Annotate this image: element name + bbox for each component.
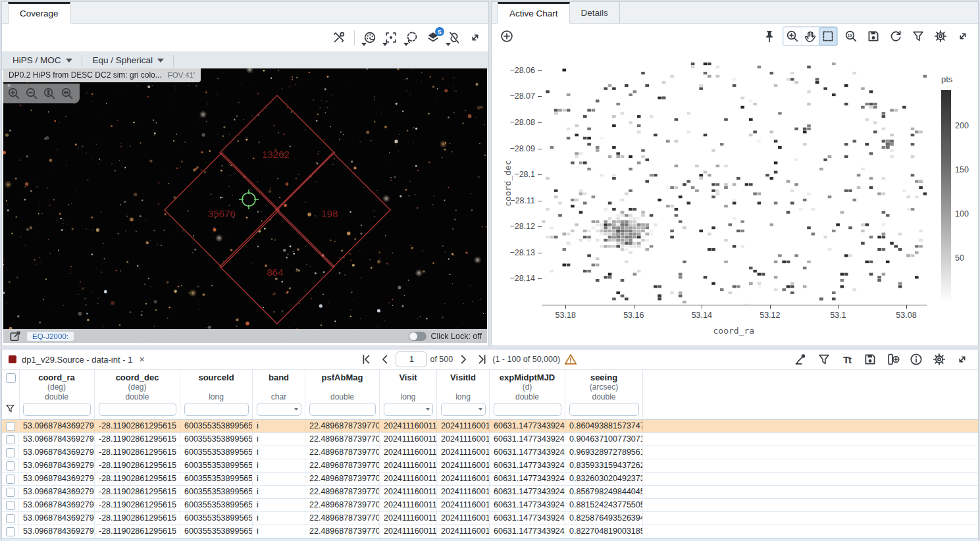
row-checkbox[interactable] [6,501,15,510]
column-filter-VisitId-select[interactable] [441,403,486,416]
cell-coord_dec[interactable]: -28.11902861295615 [95,512,180,525]
table-row[interactable]: 53.09687843692796-28.1190286129561560035… [2,446,978,459]
pin-icon[interactable] [760,27,779,45]
pan-hand-icon[interactable] [802,28,819,45]
cell-seeing[interactable]: 0.8815242437755059 [565,499,643,511]
cell-coord_ra[interactable]: 53.09687843692796 [19,525,95,538]
table-row[interactable]: 53.09687843692796-28.1190286129561560035… [2,459,978,473]
cell-coord_dec[interactable]: -28.11902861295615 [95,446,180,459]
cell-VisitId[interactable]: 2024111600111 [437,499,490,511]
cell-Visit[interactable]: 2024111600111 [380,512,437,525]
cell-Visit[interactable]: 2024111600111 [380,446,437,459]
zoom-in-icon[interactable] [6,86,22,101]
cell-band[interactable]: i [253,433,305,446]
cell-VisitId[interactable]: 2024111600111 [437,525,490,538]
filter-icon[interactable] [815,350,833,369]
cell-coord_ra[interactable]: 53.09687843692796 [19,420,95,432]
column-header-VisitId[interactable]: VisitIdlong [437,370,490,419]
projection-dropdown[interactable]: Equ / Spherical [82,51,174,69]
cell-coord_dec[interactable]: -28.11902861295615 [95,433,180,446]
page-number-input[interactable] [396,351,427,367]
cell-seeing[interactable]: 0.8359331594372623 [565,459,643,472]
cell-psfAbMag[interactable]: 22.489687873977033 [305,420,380,432]
cell-band[interactable]: i [253,499,305,511]
cell-coord_dec[interactable]: -28.11902861295615 [95,486,180,498]
row-checkbox[interactable] [6,475,15,484]
zoom-1x-icon[interactable]: 1X [842,27,860,45]
cell-seeing[interactable]: 0.8258764935263944 [565,512,643,525]
cell-expMidptMJD[interactable]: 60631.14773439246 [490,446,565,459]
column-header-seeing[interactable]: seeing(arcsec)double [565,370,643,419]
cell-sourceId[interactable]: 600355353899565160 [180,525,253,538]
cell-coord_dec[interactable]: -28.11902861295615 [95,420,180,432]
cell-expMidptMJD[interactable]: 60631.14773439246 [490,459,565,472]
zoom-in-icon[interactable] [784,28,801,45]
cell-VisitId[interactable]: 2024111600111 [437,420,490,432]
settings-icon[interactable] [930,350,948,369]
row-checkbox[interactable] [6,488,15,497]
cell-Visit[interactable]: 2024111600111 [380,486,437,498]
row-checkbox[interactable] [6,422,15,431]
table-row[interactable]: 53.09687843692796-28.1190286129561560035… [2,433,978,446]
zoom-fit-icon[interactable] [41,86,57,101]
column-header-band[interactable]: bandchar [253,370,305,419]
text-options-icon[interactable]: Tt [838,350,856,369]
cell-coord_ra[interactable]: 53.09687843692796 [19,446,95,459]
cell-seeing[interactable]: 0.9693289727895618 [565,446,643,459]
cell-seeing[interactable]: 0.8227048190031859 [565,525,643,538]
tab-active-chart[interactable]: Active Chart [498,2,570,24]
add-column-icon[interactable] [884,350,902,369]
cell-sourceId[interactable]: 600355353899565160 [180,459,253,472]
cell-seeing[interactable]: 0.860493881573747 [565,420,643,432]
restore-icon[interactable] [887,27,905,45]
cell-Visit[interactable]: 2024111600111 [380,525,437,538]
sky-image-viewer[interactable]: 1326235676198864 DP0.2 HiPS from DESC DC… [3,68,487,343]
heatmap-plot[interactable] [542,63,927,305]
cell-band[interactable]: i [253,525,305,538]
cell-sourceId[interactable]: 600355353899565160 [180,420,253,432]
pin-table-icon[interactable] [792,350,810,369]
cell-coord_ra[interactable]: 53.09687843692796 [19,433,95,446]
table-row[interactable]: 53.09687843692796-28.1190286129561560035… [2,420,978,433]
cell-expMidptMJD[interactable]: 60631.14773439246 [490,433,565,446]
cell-VisitId[interactable]: 2024111600111 [437,459,490,472]
hips-moc-dropdown[interactable]: HiPS / MOC [2,51,82,69]
cell-expMidptMJD[interactable]: 60631.14773439246 [490,420,565,432]
cell-VisitId[interactable]: 2024111600111 [437,446,490,459]
row-checkbox[interactable] [6,435,15,444]
table-row[interactable]: 53.09687843692796-28.1190286129561560035… [2,499,978,512]
cell-psfAbMag[interactable]: 22.489687873977033 [305,486,380,498]
column-header-expMidptMJD[interactable]: expMidptMJD(d)double [490,370,565,419]
column-filter-sourceId-input[interactable] [184,403,249,416]
cell-sourceId[interactable]: 600355353899565160 [180,433,253,446]
cell-coord_dec[interactable]: -28.11902861295615 [95,525,180,538]
cell-VisitId[interactable]: 2024111600111 [437,486,490,498]
cell-seeing[interactable]: 0.856798249844045 [565,486,643,498]
cell-band[interactable]: i [253,486,305,498]
cell-coord_ra[interactable]: 53.09687843692796 [19,486,95,498]
cell-Visit[interactable]: 2024111600111 [380,459,437,472]
cell-coord_dec[interactable]: -28.11902861295615 [95,499,180,511]
box-select-icon[interactable] [819,28,837,45]
cell-expMidptMJD[interactable]: 60631.14773439246 [490,512,565,525]
cell-Visit[interactable]: 2024111600111 [380,499,437,511]
filter-icon[interactable] [909,27,927,45]
warning-icon[interactable] [563,351,579,367]
cell-sourceId[interactable]: 600355353899565160 [180,446,253,459]
cell-band[interactable]: i [253,446,305,459]
table-row[interactable]: 53.09687843692796-28.1190286129561560035… [2,512,978,525]
table-scroll-strip[interactable] [2,538,978,541]
cell-expMidptMJD[interactable]: 60631.14773439246 [490,473,565,485]
last-page-icon[interactable] [474,351,490,367]
cell-sourceId[interactable]: 600355353899565160 [180,486,253,498]
unlink-icon[interactable] [445,28,463,47]
cell-band[interactable]: i [253,512,305,525]
cell-psfAbMag[interactable]: 22.489687873977033 [305,433,380,446]
cell-coord_ra[interactable]: 53.09687843692796 [19,473,95,485]
row-checkbox[interactable] [6,461,15,471]
expand-frame-icon[interactable] [9,330,22,343]
row-checkbox[interactable] [6,448,15,457]
cell-psfAbMag[interactable]: 22.489687873977033 [305,459,380,472]
cell-psfAbMag[interactable]: 22.489687873977033 [305,525,380,538]
column-filter-coord_dec-input[interactable] [99,403,176,416]
